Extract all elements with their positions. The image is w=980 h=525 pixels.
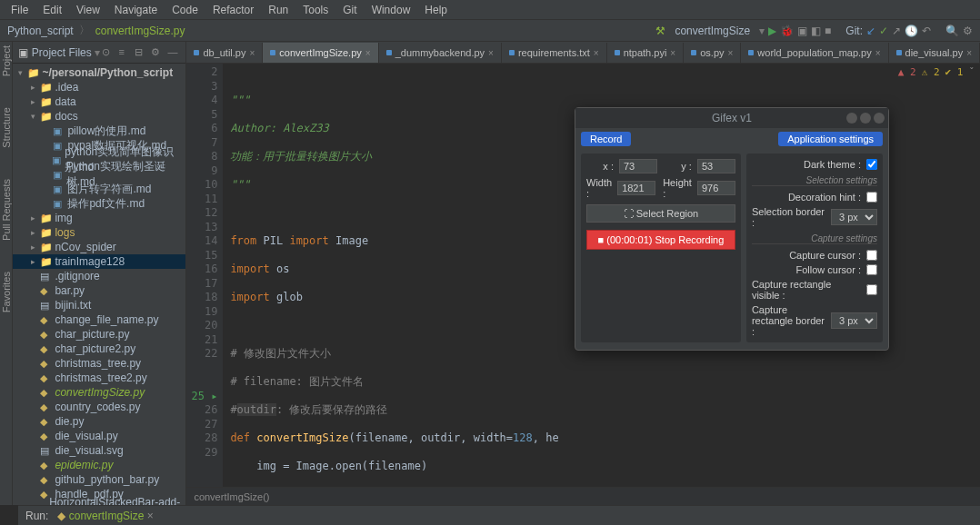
tab-requirements[interactable]: requirements.txt×: [502, 43, 607, 63]
menu-help[interactable]: Help: [417, 4, 455, 16]
tree-file[interactable]: bar.py: [55, 284, 85, 297]
tab-db-util[interactable]: db_util.py×: [186, 43, 263, 63]
maximize-icon[interactable]: [860, 113, 871, 124]
dialog-titlebar[interactable]: Gifex v1: [575, 108, 888, 128]
tab-app-settings[interactable]: Application settings: [778, 132, 883, 146]
tw-pull-requests[interactable]: Pull Requests: [1, 179, 12, 241]
hammer-icon[interactable]: ⚒: [655, 25, 665, 37]
run-tab[interactable]: ◆ convertImgSize ×: [57, 510, 153, 522]
tree-file[interactable]: change_file_name.py: [55, 313, 158, 326]
tree-docs[interactable]: docs: [55, 110, 77, 123]
tree-file[interactable]: char_picture.py: [55, 328, 129, 341]
x-input[interactable]: [619, 159, 657, 173]
tw-project[interactable]: Project: [1, 45, 12, 76]
menu-edit[interactable]: Edit: [35, 4, 69, 16]
breadcrumb-file[interactable]: convertImgSize.py: [95, 25, 185, 37]
debug-icon[interactable]: 🐞: [780, 25, 794, 37]
close-icon[interactable]: ×: [966, 48, 972, 58]
locate-icon[interactable]: ⊙: [102, 46, 115, 59]
tab-convertimgsize[interactable]: convertImgSize.py×: [263, 43, 378, 63]
tree-logs[interactable]: logs: [55, 226, 75, 239]
git-history-icon[interactable]: 🕓: [905, 25, 918, 37]
follow-cursor-checkbox[interactable]: [866, 264, 877, 275]
breadcrumb-project[interactable]: Python_script: [7, 25, 74, 37]
close-icon[interactable]: ×: [670, 48, 675, 58]
tree-ncov[interactable]: nCov_spider: [55, 241, 115, 253]
menu-view[interactable]: View: [69, 4, 107, 16]
tw-structure[interactable]: Structure: [1, 107, 12, 148]
menu-navigate[interactable]: Navigate: [107, 4, 165, 16]
stop-recording-button[interactable]: ■ (00:00:01) Stop Recording: [586, 230, 735, 250]
tab-record[interactable]: Record: [581, 132, 631, 146]
menu-file[interactable]: File: [4, 4, 35, 16]
close-icon[interactable]: ×: [728, 48, 734, 58]
tree-file[interactable]: char_picture2.py: [55, 342, 135, 355]
line-gutter[interactable]: 2345 6789 10111213 14151617 18192021 22 …: [186, 64, 223, 487]
menu-code[interactable]: Code: [165, 4, 205, 16]
run-config-dropdown[interactable]: convertImgSize: [669, 25, 755, 37]
close-icon[interactable]: [874, 113, 885, 124]
tree-file[interactable]: die_visual.svg: [55, 444, 123, 457]
run-icon[interactable]: ▶: [768, 25, 776, 37]
capture-rect-border-select[interactable]: 3 px: [831, 312, 877, 329]
tree-file[interactable]: die.py: [55, 415, 84, 428]
decoration-hint-checkbox[interactable]: [866, 192, 877, 203]
menu-refactor[interactable]: Refactor: [205, 4, 261, 16]
tree-file[interactable]: HorizontalStackedBar-add-labels.svg: [49, 496, 185, 505]
expand-icon[interactable]: ≡: [118, 46, 131, 59]
capture-cursor-checkbox[interactable]: [866, 250, 877, 261]
tw-favorites[interactable]: Favorites: [1, 272, 12, 312]
hide-icon[interactable]: —: [167, 46, 180, 59]
tree-file-current[interactable]: convertImgSize.py: [55, 386, 145, 399]
tree-file[interactable]: country_codes.py: [55, 401, 140, 413]
inspection-summary[interactable]: ▲ 2 ⚠ 2 ✔ 1 ˇ: [898, 65, 975, 80]
capture-rect-visible-checkbox[interactable]: [866, 284, 877, 295]
tree-file[interactable]: 图片转字符画.md: [67, 182, 151, 197]
menu-tools[interactable]: Tools: [295, 4, 335, 16]
gear-icon[interactable]: ⚙: [151, 46, 164, 59]
close-icon[interactable]: ×: [488, 48, 494, 58]
dark-theme-checkbox[interactable]: [866, 159, 877, 170]
menu-git[interactable]: Git: [335, 4, 364, 16]
close-icon[interactable]: ×: [249, 48, 255, 58]
run-label[interactable]: Run:: [25, 510, 48, 522]
select-region-button[interactable]: ⛶ Select Region: [586, 204, 735, 223]
tree-file[interactable]: christmas_tree.py: [55, 357, 141, 370]
tree-file[interactable]: bijini.txt: [55, 299, 91, 312]
close-icon[interactable]: ×: [875, 48, 881, 58]
y-input[interactable]: [697, 159, 735, 173]
coverage-icon[interactable]: ▣: [797, 25, 807, 37]
tab-ntpath[interactable]: ntpath.pyi×: [607, 43, 685, 63]
tree-root[interactable]: ~/personal/Python_script: [42, 66, 173, 79]
tab-dievisual[interactable]: die_visual.py×: [889, 43, 980, 63]
project-panel-title[interactable]: ▣ Project Files ▾: [18, 46, 100, 59]
menu-run[interactable]: Run: [261, 4, 295, 16]
git-commit-icon[interactable]: ✓: [879, 25, 888, 37]
project-tree[interactable]: ▾📁~/personal/Python_script ▸📁.idea ▸📁dat…: [13, 64, 185, 505]
tree-file[interactable]: die_visual.py: [55, 430, 117, 442]
height-input[interactable]: [697, 181, 735, 195]
stop-icon[interactable]: ■: [825, 25, 831, 37]
menu-window[interactable]: Window: [365, 4, 418, 16]
ide-settings-icon[interactable]: ⚙: [963, 25, 973, 37]
tab-os[interactable]: os.py×: [684, 43, 741, 63]
editor-breadcrumb[interactable]: convertImgSize(): [186, 487, 980, 505]
search-icon[interactable]: 🔍: [945, 25, 959, 37]
profile-icon[interactable]: ◧: [811, 25, 821, 37]
git-rollback-icon[interactable]: ↶: [922, 25, 931, 37]
tree-file[interactable]: epidemic.py: [55, 459, 113, 471]
tree-file[interactable]: christmas_tree2.py: [55, 371, 146, 384]
close-icon[interactable]: ×: [365, 48, 371, 58]
tab-worldpop[interactable]: world_population_map.py×: [741, 43, 888, 63]
tree-trainimage128[interactable]: trainImage128: [55, 255, 125, 268]
git-update-icon[interactable]: ↙: [866, 25, 875, 37]
tab-dummybackend[interactable]: _dummybackend.py×: [379, 43, 502, 63]
tree-file[interactable]: pillow的使用.md: [67, 124, 145, 139]
gifex-dialog[interactable]: Gifex v1 Record Application settings x :…: [575, 107, 889, 351]
tree-file[interactable]: 操作pdf文件.md: [67, 196, 145, 212]
close-icon[interactable]: ×: [594, 48, 599, 58]
tree-idea[interactable]: .idea: [55, 81, 78, 94]
collapse-icon[interactable]: ⊟: [135, 46, 147, 59]
tree-file[interactable]: .gitignore: [55, 270, 99, 282]
tree-file[interactable]: github_python_bar.py: [55, 473, 159, 486]
